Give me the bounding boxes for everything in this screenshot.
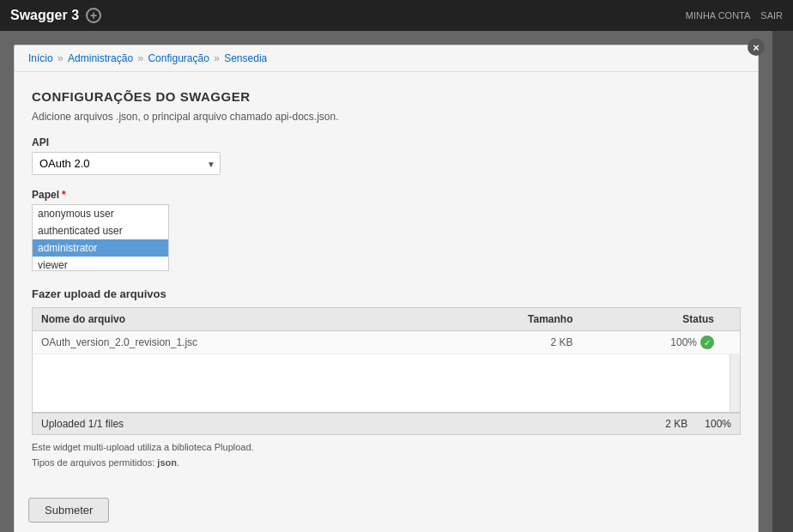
breadcrumb-inicio[interactable]: Início [28, 52, 53, 64]
page-wrapper: × Início » Administração » Configuração … [0, 31, 793, 532]
papel-section: Papel * anonymous user authenticated use… [32, 189, 741, 274]
upload-section-title: Fazer upload de arquivos [32, 287, 741, 300]
col-spacer [723, 308, 741, 331]
role-listbox-wrapper: anonymous user authenticated user admini… [32, 204, 169, 271]
file-status: 100% ✓ [581, 331, 723, 354]
api-select-wrapper: OAuth 2.0 ▼ [32, 152, 221, 175]
upload-drop-area[interactable] [32, 354, 741, 413]
upload-table: Nome do arquivo Tamanho Status OAuth_ver… [32, 307, 741, 354]
app-title-area: Swagger 3 + [10, 8, 101, 23]
breadcrumb-administracao[interactable]: Administração [68, 52, 133, 64]
status-check-icon: ✓ [700, 336, 714, 349]
my-account-link[interactable]: MINHA CONTA [686, 10, 751, 21]
breadcrumb-configuracao[interactable]: Configuração [148, 52, 209, 64]
file-size: 2 KB [437, 331, 582, 354]
uploaded-label: Uploaded 1/1 files [41, 418, 124, 430]
file-types: json [157, 457, 177, 468]
total-percent: 100% [705, 418, 731, 430]
breadcrumb-sensedia[interactable]: Sensedia [224, 52, 267, 64]
col-filename: Nome do arquivo [33, 308, 437, 331]
modal: × Início » Administração » Configuração … [14, 45, 759, 532]
row-spacer [723, 331, 741, 354]
upload-footer: Uploaded 1/1 files 2 KB 100% [32, 413, 741, 435]
add-icon[interactable]: + [86, 8, 101, 23]
required-indicator: * [62, 189, 66, 201]
modal-area: × Início » Administração » Configuração … [0, 31, 772, 532]
status-ok: 100% ✓ [670, 336, 714, 349]
modal-close-button[interactable]: × [748, 39, 765, 56]
submit-button[interactable]: Submeter [28, 498, 109, 523]
breadcrumb: Início » Administração » Configuração » … [15, 45, 758, 72]
col-status: Status [581, 308, 723, 331]
upload-note: Este widget multi-upload utiliza a bibli… [32, 440, 741, 470]
role-option-viewer[interactable]: viewer [33, 257, 168, 271]
right-sidebar [772, 31, 793, 532]
drop-area-scrollbar [729, 354, 740, 412]
papel-label: Papel * [32, 189, 741, 201]
footer-right: 2 KB 100% [665, 418, 731, 430]
table-row: OAuth_version_2.0_revision_1.jsc 2 KB 10… [33, 331, 741, 354]
section-title: CONFIGURAÇÕES DO SWAGGER [32, 89, 741, 104]
role-options-list: anonymous user authenticated user admini… [33, 205, 168, 271]
upload-section: Fazer upload de arquivos Nome do arquivo… [32, 287, 741, 470]
role-option-authenticated[interactable]: authenticated user [33, 222, 168, 239]
top-nav: MINHA CONTA SAIR [686, 10, 783, 21]
api-select[interactable]: OAuth 2.0 [32, 152, 221, 175]
col-size: Tamanho [437, 308, 582, 331]
app-title: Swagger 3 [10, 8, 79, 23]
logout-link[interactable]: SAIR [760, 10, 783, 21]
upload-table-header: Nome do arquivo Tamanho Status [33, 308, 741, 331]
section-subtitle: Adicione arquivos .json, o principal arq… [32, 111, 741, 123]
total-size: 2 KB [665, 418, 687, 430]
file-name: OAuth_version_2.0_revision_1.jsc [33, 331, 437, 354]
form-content: CONFIGURAÇÕES DO SWAGGER Adicione arquiv… [15, 72, 758, 487]
submit-area: Submeter [15, 487, 758, 532]
api-field-label: API [32, 136, 741, 148]
role-option-administrator[interactable]: administrator [33, 239, 168, 257]
top-bar: Swagger 3 + MINHA CONTA SAIR [0, 0, 793, 31]
role-option-anonymous[interactable]: anonymous user [33, 205, 168, 222]
role-listbox[interactable]: anonymous user authenticated user admini… [32, 204, 169, 271]
